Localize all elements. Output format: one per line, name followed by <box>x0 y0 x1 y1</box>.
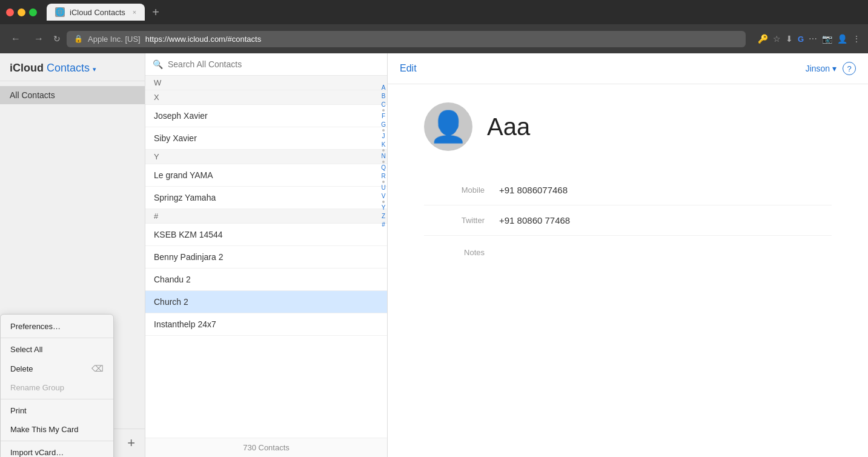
ctx-preferences[interactable]: Preferences… <box>1 317 113 336</box>
star-icon[interactable]: ☆ <box>773 34 781 44</box>
extension-icon[interactable]: ⋯ <box>809 34 817 44</box>
sidebar: iCloud Contacts ▾ All Contacts Preferenc… <box>0 53 145 457</box>
alpha-k[interactable]: K <box>382 141 386 148</box>
alpha-u[interactable]: U <box>381 184 385 192</box>
contacts-label: Contacts <box>47 62 90 74</box>
sidebar-header: iCloud Contacts ▾ <box>0 53 145 81</box>
active-tab[interactable]: 🌐 iCloud Contacts × <box>47 4 145 21</box>
menu-icon[interactable]: ⋮ <box>852 34 861 44</box>
address-url: https://www.icloud.com/#contacts <box>145 35 261 44</box>
edit-button[interactable]: Edit <box>400 63 417 74</box>
address-company: Apple Inc. [US] <box>88 35 141 44</box>
contact-name: Chandu 2 <box>154 275 191 284</box>
ctx-print[interactable]: Print <box>1 401 113 420</box>
contact-name: Siby Xavier <box>154 133 197 143</box>
mobile-field: Mobile +91 8086077468 <box>424 175 832 205</box>
list-item[interactable]: Siby Xavier <box>145 127 387 150</box>
alpha-dot-3 <box>382 149 385 152</box>
list-item[interactable]: Chandu 2 <box>145 269 387 291</box>
ctx-delete[interactable]: Delete ⌫ <box>1 359 113 378</box>
alpha-z[interactable]: Z <box>382 212 385 220</box>
alpha-y[interactable]: Y <box>382 204 386 212</box>
minimize-button[interactable] <box>18 8 25 16</box>
alpha-g[interactable]: G <box>381 121 386 128</box>
user-dropdown[interactable]: Jinson ▾ <box>806 64 837 73</box>
ctx-make-my-card[interactable]: Make This My Card <box>1 420 113 439</box>
icloud-label: iCloud <box>10 62 44 74</box>
contact-name: Benny Padinjara 2 <box>154 252 223 262</box>
ctx-select-all[interactable]: Select All <box>1 340 113 359</box>
contact-name: Instanthelp 24x7 <box>154 319 216 329</box>
alpha-b[interactable]: B <box>382 92 386 100</box>
list-item[interactable]: Springz Yamaha <box>145 187 387 209</box>
close-button[interactable] <box>6 8 14 16</box>
address-field[interactable]: 🔒 Apple Inc. [US] https://www.icloud.com… <box>67 31 746 47</box>
tab-favicon: 🌐 <box>55 7 65 17</box>
forward-button[interactable]: → <box>30 31 47 47</box>
twitter-label: Twitter <box>424 216 485 225</box>
alpha-v[interactable]: V <box>382 192 386 200</box>
contact-name: Joseph Xavier <box>154 111 208 121</box>
alpha-hash[interactable]: # <box>382 221 385 228</box>
context-menu: Preferences… Select All Delete ⌫ Rename … <box>0 314 114 457</box>
reload-button[interactable]: ↻ <box>53 34 61 44</box>
avatar-icon[interactable]: 👤 <box>837 34 847 44</box>
list-item[interactable]: Benny Padinjara 2 <box>145 246 387 269</box>
section-header-w: W <box>145 76 387 90</box>
detail-header-right: Jinson ▾ ? <box>806 62 856 75</box>
list-item[interactable]: Le grand YAMA <box>145 164 387 187</box>
list-item[interactable]: Joseph Xavier <box>145 105 387 127</box>
alpha-r[interactable]: R <box>381 172 385 180</box>
list-item-church[interactable]: Church 2 <box>145 291 387 313</box>
list-item[interactable]: Instanthelp 24x7 <box>145 313 387 336</box>
contact-name: Church 2 <box>154 297 188 307</box>
detail-panel: Edit Jinson ▾ ? 👤 Aaa Mobile +91 8086077… <box>388 53 868 457</box>
window-controls <box>6 8 37 16</box>
detail-header: Edit Jinson ▾ ? <box>388 53 868 84</box>
notes-field: Notes <box>424 236 832 267</box>
alpha-q[interactable]: Q <box>381 164 386 172</box>
ctx-import-vcard[interactable]: Import vCard… <box>1 443 113 457</box>
sidebar-item-all-contacts[interactable]: All Contacts <box>0 86 145 104</box>
tab-bar: 🌐 iCloud Contacts × + <box>0 0 868 24</box>
alpha-c[interactable]: C <box>381 101 385 108</box>
add-contact-button[interactable]: + <box>127 435 135 451</box>
alpha-n[interactable]: N <box>381 152 385 160</box>
google-icon[interactable]: G <box>798 35 804 44</box>
contact-header-info: 👤 Aaa <box>424 102 832 151</box>
back-button[interactable]: ← <box>7 31 24 47</box>
alpha-dot-5 <box>382 181 385 183</box>
notes-label: Notes <box>424 245 485 257</box>
key-icon[interactable]: 🔑 <box>758 34 768 44</box>
maximize-button[interactable] <box>29 8 37 16</box>
delete-icon: ⌫ <box>91 364 104 373</box>
download-icon[interactable]: ⬇ <box>786 34 793 44</box>
help-button[interactable]: ? <box>843 62 856 75</box>
alpha-j[interactable]: J <box>382 132 385 140</box>
tab-close-button[interactable]: × <box>133 8 136 16</box>
section-header-y: Y <box>145 150 387 164</box>
contact-full-name: Aaa <box>487 113 530 141</box>
camera-icon[interactable]: 📷 <box>822 34 832 44</box>
mobile-label: Mobile <box>424 185 485 195</box>
list-item[interactable]: KSEB KZM 14544 <box>145 224 387 246</box>
search-bar: 🔍 <box>145 53 387 76</box>
address-bar: ← → ↻ 🔒 Apple Inc. [US] https://www.iclo… <box>0 24 868 53</box>
contact-footer: 730 Contacts <box>145 438 387 457</box>
section-header-x: X <box>145 90 387 105</box>
search-input[interactable] <box>168 59 380 69</box>
alpha-a[interactable]: A <box>382 84 386 92</box>
tab-label: iCloud Contacts <box>70 8 125 17</box>
mobile-value: +91 8086077468 <box>499 185 568 195</box>
alpha-dot-4 <box>382 161 385 163</box>
contacts-dropdown-icon[interactable]: ▾ <box>93 65 96 73</box>
alpha-dot-2 <box>382 129 385 132</box>
browser-chrome: 🌐 iCloud Contacts × + ← → ↻ 🔒 Apple Inc.… <box>0 0 868 53</box>
alpha-f[interactable]: F <box>382 112 385 120</box>
avatar: 👤 <box>424 102 472 151</box>
new-tab-button[interactable]: + <box>152 5 159 19</box>
contacts-scroll: W X Joseph Xavier Siby Xavier Y Le grand… <box>145 76 387 438</box>
section-header-hash: # <box>145 209 387 224</box>
alpha-dot-1 <box>382 109 385 112</box>
browser-right-icons: 🔑 ☆ ⬇ G ⋯ 📷 👤 ⋮ <box>758 34 861 44</box>
